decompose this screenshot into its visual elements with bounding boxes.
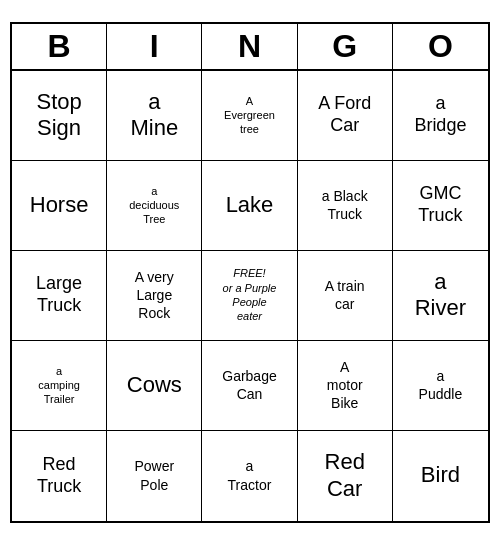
cell-text-9: GMC Truck bbox=[418, 183, 462, 226]
cell-text-23: Red Car bbox=[325, 449, 365, 502]
cell-text-7: Lake bbox=[226, 192, 274, 218]
cell-text-10: Large Truck bbox=[36, 273, 82, 316]
bingo-cell-20[interactable]: Red Truck bbox=[12, 431, 107, 521]
bingo-cell-9[interactable]: GMC Truck bbox=[393, 161, 488, 251]
cell-text-22: a Tractor bbox=[228, 457, 272, 493]
bingo-cell-2[interactable]: A Evergreen tree bbox=[202, 71, 297, 161]
cell-text-3: A Ford Car bbox=[318, 93, 371, 136]
bingo-cell-0[interactable]: Stop Sign bbox=[12, 71, 107, 161]
cell-text-8: a Black Truck bbox=[322, 187, 368, 223]
bingo-cell-4[interactable]: a Bridge bbox=[393, 71, 488, 161]
bingo-grid: Stop Signa MineA Evergreen treeA Ford Ca… bbox=[12, 71, 488, 521]
bingo-cell-7[interactable]: Lake bbox=[202, 161, 297, 251]
bingo-cell-1[interactable]: a Mine bbox=[107, 71, 202, 161]
bingo-cell-17[interactable]: Garbage Can bbox=[202, 341, 297, 431]
cell-text-11: A very Large Rock bbox=[135, 268, 174, 323]
bingo-cell-14[interactable]: a River bbox=[393, 251, 488, 341]
cell-text-19: a Puddle bbox=[419, 367, 463, 403]
bingo-cell-24[interactable]: Bird bbox=[393, 431, 488, 521]
header-letter-g: G bbox=[298, 24, 393, 69]
bingo-header: BINGO bbox=[12, 24, 488, 71]
cell-text-12: FREE! or a Purple People eater bbox=[223, 266, 277, 323]
cell-text-0: Stop Sign bbox=[36, 89, 81, 142]
header-letter-i: I bbox=[107, 24, 202, 69]
cell-text-1: a Mine bbox=[130, 89, 178, 142]
cell-text-18: A motor Bike bbox=[327, 358, 363, 413]
bingo-cell-12[interactable]: FREE! or a Purple People eater bbox=[202, 251, 297, 341]
cell-text-17: Garbage Can bbox=[222, 367, 276, 403]
bingo-cell-8[interactable]: a Black Truck bbox=[298, 161, 393, 251]
bingo-cell-10[interactable]: Large Truck bbox=[12, 251, 107, 341]
bingo-card: BINGO Stop Signa MineA Evergreen treeA F… bbox=[10, 22, 490, 523]
bingo-cell-21[interactable]: Power Pole bbox=[107, 431, 202, 521]
bingo-cell-3[interactable]: A Ford Car bbox=[298, 71, 393, 161]
cell-text-6: a deciduous Tree bbox=[129, 184, 179, 227]
cell-text-24: Bird bbox=[421, 462, 460, 488]
bingo-cell-19[interactable]: a Puddle bbox=[393, 341, 488, 431]
cell-text-14: a River bbox=[415, 269, 466, 322]
cell-text-2: A Evergreen tree bbox=[224, 94, 275, 137]
bingo-cell-23[interactable]: Red Car bbox=[298, 431, 393, 521]
cell-text-16: Cows bbox=[127, 372, 182, 398]
header-letter-o: O bbox=[393, 24, 488, 69]
bingo-cell-5[interactable]: Horse bbox=[12, 161, 107, 251]
bingo-cell-22[interactable]: a Tractor bbox=[202, 431, 297, 521]
header-letter-n: N bbox=[202, 24, 297, 69]
cell-text-15: a camping Trailer bbox=[38, 364, 80, 407]
cell-text-13: A train car bbox=[325, 277, 365, 313]
bingo-cell-6[interactable]: a deciduous Tree bbox=[107, 161, 202, 251]
cell-text-5: Horse bbox=[30, 192, 89, 218]
cell-text-21: Power Pole bbox=[134, 457, 174, 493]
cell-text-20: Red Truck bbox=[37, 454, 81, 497]
bingo-cell-13[interactable]: A train car bbox=[298, 251, 393, 341]
cell-text-4: a Bridge bbox=[414, 93, 466, 136]
header-letter-b: B bbox=[12, 24, 107, 69]
bingo-cell-15[interactable]: a camping Trailer bbox=[12, 341, 107, 431]
bingo-cell-18[interactable]: A motor Bike bbox=[298, 341, 393, 431]
bingo-cell-16[interactable]: Cows bbox=[107, 341, 202, 431]
bingo-cell-11[interactable]: A very Large Rock bbox=[107, 251, 202, 341]
